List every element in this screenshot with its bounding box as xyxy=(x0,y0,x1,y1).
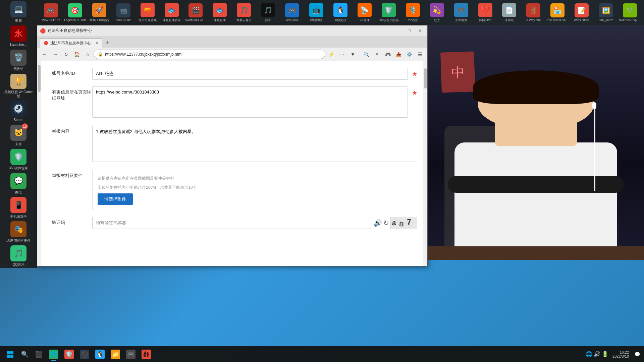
desktop: 🎮 WAY OUT 27 🎯 Logitech G HUB 🚀 网易UU加速器 … xyxy=(0,0,644,362)
scrollbar[interactable] xyxy=(423,61,427,266)
close-button[interactable]: ✕ xyxy=(415,27,425,35)
taskbar-app-gamebar[interactable]: 🎮 xyxy=(123,347,138,362)
toolbar-ext2[interactable]: ✕ xyxy=(372,50,382,59)
left-scrollbar-thumb[interactable] xyxy=(38,65,41,92)
left-icon-mobilegame[interactable]: 📱 手机游戏手 xyxy=(2,196,35,220)
refresh-button[interactable]: ↻ xyxy=(61,50,71,59)
taskbar-volume-icon[interactable]: 🔊 xyxy=(594,351,600,357)
dropdown-button[interactable]: ▼ xyxy=(348,50,358,59)
top-icon-logitech[interactable]: 🎯 Logitech G HUB xyxy=(64,1,87,24)
material-field: 请提供有害信息所在页面截图及要件等材料 上传的附件总大小不能超过200M，总数量… xyxy=(92,170,417,210)
account-field xyxy=(92,68,408,80)
top-icon-unnamed[interactable]: 📄 未命名 xyxy=(498,1,521,24)
top-icon-awayout[interactable]: 🚪 A Way Out xyxy=(522,1,545,24)
webcam-overlay: 中 xyxy=(428,25,644,260)
top-icon-bar: 🎮 WAY OUT 27 🎯 Logitech G HUB 🚀 网易UU加速器 … xyxy=(37,0,644,25)
img9232-label: IMG_9232 xyxy=(599,18,613,22)
top-icon-geforce[interactable]: 💚 GeForce Experience xyxy=(619,1,641,24)
left-icon-naraka[interactable]: 永 Launcher... xyxy=(2,24,35,48)
top-icon-qq[interactable]: 🐧 腾讯QQ xyxy=(329,1,352,24)
report-input[interactable]: 1.教唆粉丝造黄谣2.与他人玩剧本,致使多人被网暴。 xyxy=(92,126,417,162)
url-input[interactable]: https://weibo.com/u/3001843303 xyxy=(92,86,408,118)
account-input[interactable] xyxy=(92,68,408,80)
taskbar-app-browser[interactable]: 🌐 xyxy=(46,347,61,362)
right-eye xyxy=(557,96,566,100)
browser-tabs: 🔴 违法和不良信息举报中心 ✕ + xyxy=(37,36,427,48)
taskbar-search[interactable]: 🔍 xyxy=(18,347,32,362)
minimize-button[interactable]: — xyxy=(394,27,403,35)
yy-icon: 📡 xyxy=(358,3,372,17)
taskbar-time: 16:22 xyxy=(612,350,629,354)
left-icon-weixin[interactable]: 🐱 13 未发 xyxy=(2,123,35,147)
toolbar-ext3[interactable]: 🎮 xyxy=(383,50,392,59)
left-icon-360[interactable]: 🛡️ 360软件管家 xyxy=(2,147,35,172)
top-icon-guoguang[interactable]: 💫 过光 xyxy=(426,1,448,24)
top-icon-163music[interactable]: 🎵 网易云音乐 xyxy=(232,1,255,24)
left-icon-bar: 💻 电脑 永 Launcher... 🗑️ 回收站 🏆 英雄联盟 WeGame版 xyxy=(0,0,37,268)
yyvoice-icon: 🎙️ xyxy=(406,3,420,17)
captcha-field: 🔊 ↻ a B 7 xyxy=(92,217,417,229)
top-icon-yy[interactable]: 📡 YY开播 xyxy=(353,1,376,24)
new-tab-button[interactable]: + xyxy=(103,38,112,48)
top-icon-obs[interactable]: 📹 OBS Studio xyxy=(112,1,135,24)
top-icon-avermedia[interactable]: 🎬 AVerMedia Assist Ce... xyxy=(184,1,207,24)
left-icon-steam[interactable]: Steam xyxy=(2,99,35,123)
bookmark-button[interactable]: ☆ xyxy=(83,50,92,59)
toolbar-ext1[interactable]: 🔍 xyxy=(362,50,371,59)
163music-icon: 🎵 xyxy=(237,3,251,17)
taskbar-app-obs[interactable]: ⚫ xyxy=(77,347,92,362)
more-button[interactable]: ··· xyxy=(337,50,347,59)
qq-icon: 🐧 xyxy=(333,3,347,17)
left-icon-ag70[interactable]: 🎭 绝迹70副本事件 xyxy=(2,220,35,244)
taskbar-app-translate[interactable]: 翻 xyxy=(139,347,154,362)
left-icon-qqmusic[interactable]: 🎵 QQ音乐 xyxy=(2,244,35,268)
address-bar[interactable]: 🔒 https://www.12377.cn/jbxzxq/jbxx/smjb.… xyxy=(94,50,325,59)
left-icon-wechat[interactable]: 💬 微信 xyxy=(2,172,35,196)
start-button[interactable] xyxy=(3,347,17,362)
taskbar-notification-icon[interactable]: 💬 xyxy=(633,352,641,357)
captcha-audio-icon[interactable]: 🔊 xyxy=(374,219,382,227)
top-icon-img9232[interactable]: 🖼️ IMG_9232 xyxy=(594,1,617,24)
top-icon-yyvoice[interactable]: 🎙️ YY语音 xyxy=(401,1,424,24)
left-scrollbar[interactable] xyxy=(37,61,41,266)
top-icon-wayout27[interactable]: 🎮 WAY OUT 27 xyxy=(40,1,62,24)
uu-icon: 🚀 xyxy=(92,3,106,17)
taskbar-app-folder[interactable]: 📁 xyxy=(108,347,123,362)
top-icon-uu[interactable]: 🚀 网易UU加速器 xyxy=(88,1,111,24)
maximize-button[interactable]: □ xyxy=(405,27,414,35)
top-icon-douyu2[interactable]: 🐟 斗鱼直播 xyxy=(208,1,231,24)
left-icon-recycle[interactable]: 🗑️ 回收站 xyxy=(2,48,35,72)
forward-button[interactable]: → xyxy=(51,50,60,59)
back-button[interactable]: ← xyxy=(40,50,49,59)
toolbar-ext6[interactable]: ☰ xyxy=(415,50,425,59)
taskbar-network-icon[interactable]: 🌐 xyxy=(586,351,592,357)
qqmusic-label: QQ音乐 xyxy=(12,263,24,267)
upload-button[interactable]: 请选择附件 xyxy=(98,193,133,205)
top-icon-chuanqi[interactable]: ❤️ 传情0425 xyxy=(474,1,497,24)
top-icon-douyu[interactable]: 🐟 斗鱼直播管家 xyxy=(160,1,183,24)
left-icon-computer[interactable]: 💻 电脑 xyxy=(2,0,35,24)
taskbar-task-view[interactable]: ⬛ xyxy=(32,347,46,362)
home-button[interactable]: 🏠 xyxy=(72,50,82,59)
scrollbar-thumb[interactable] xyxy=(424,68,427,88)
taskbar-app-360[interactable]: 🛡️ xyxy=(62,347,76,362)
left-icon-lol[interactable]: 🏆 英雄联盟 WeGame版 xyxy=(2,72,35,99)
top-icon-pubg[interactable]: 🔫 渔男给老婆死 xyxy=(136,1,159,24)
tab-close-button[interactable]: ✕ xyxy=(95,41,99,46)
captcha-refresh-icon[interactable]: ↻ xyxy=(383,219,389,227)
captcha-input[interactable] xyxy=(92,217,371,229)
top-icon-wps[interactable]: 📝 WPS Office xyxy=(570,1,593,24)
toolbar-ext5[interactable]: ⚙️ xyxy=(405,50,414,59)
top-icon-bilibili[interactable]: 📺 哔哩哔哩 xyxy=(305,1,328,24)
taskbar-time-area[interactable]: 16:22 2022/8/10 xyxy=(610,350,632,358)
browser-tab-active[interactable]: 🔴 违法和不良信息举报中心 ✕ xyxy=(40,38,102,48)
taskbar-battery-icon[interactable]: 🔋 xyxy=(602,351,608,357)
top-icon-convenie[interactable]: 🏪 The Convenie... xyxy=(546,1,569,24)
top-icon-wegame[interactable]: 🎮 WeGame xyxy=(281,1,304,24)
top-icon-360[interactable]: 🛡️ 360安全浏览器 xyxy=(377,1,400,24)
taskbar-app-qq[interactable]: 🐧 xyxy=(93,347,107,362)
top-icon-tiktok[interactable]: 🎵 抖音 xyxy=(257,1,279,24)
toolbar-ext4[interactable]: 📥 xyxy=(394,50,403,59)
top-icon-infinity[interactable]: 🎮 无界游戏 xyxy=(450,1,473,24)
lightning-button[interactable]: ⚡ xyxy=(327,50,336,59)
